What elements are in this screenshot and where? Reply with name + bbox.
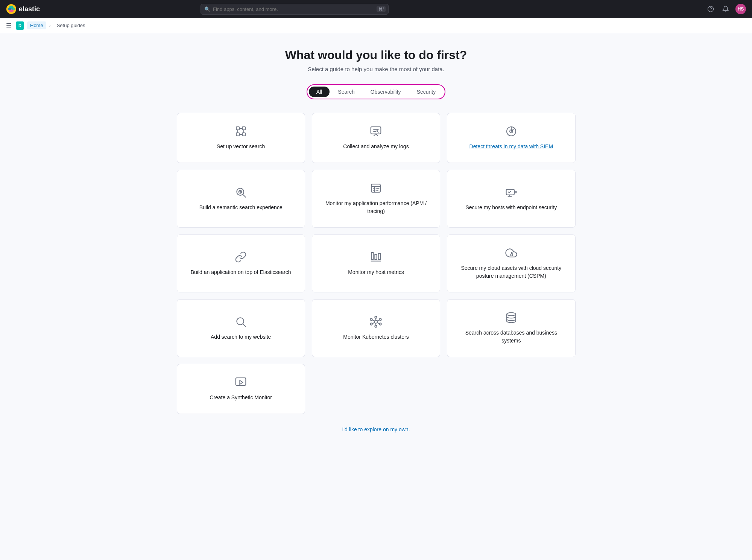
app-icon — [235, 251, 247, 263]
workspace-badge[interactable]: D — [16, 21, 24, 30]
card-label-add-search: Add search to my website — [211, 333, 271, 341]
card-semantic-search[interactable]: Build a semantic search experience — [177, 170, 305, 228]
svg-point-45 — [371, 318, 372, 320]
metrics-icon — [370, 251, 382, 263]
svg-rect-15 — [371, 127, 381, 134]
card-label-apm: Monitor my application performance (APM … — [321, 199, 431, 215]
database-icon — [505, 312, 517, 324]
search-shortcut: ⌘/ — [377, 6, 386, 12]
svg-point-47 — [371, 323, 372, 325]
apm-icon — [370, 182, 382, 194]
svg-line-41 — [243, 324, 246, 327]
logo-text: elastic — [19, 5, 40, 13]
tab-search[interactable]: Search — [330, 87, 362, 97]
elastic-logo-icon — [6, 4, 17, 14]
search-icon: 🔍 — [204, 6, 210, 12]
svg-rect-7 — [236, 127, 239, 130]
tab-observability[interactable]: Observability — [363, 87, 409, 97]
card-elasticsearch-app[interactable]: Build an application on top of Elasticse… — [177, 234, 305, 292]
svg-rect-36 — [375, 254, 377, 259]
hamburger-button[interactable]: ☰ — [6, 22, 11, 29]
svg-point-40 — [237, 318, 244, 325]
help-icon[interactable] — [705, 4, 716, 14]
synthetic-icon — [235, 376, 247, 388]
card-kubernetes[interactable]: Monitor Kubernetes clusters — [312, 299, 440, 357]
svg-rect-25 — [371, 184, 380, 192]
card-cspm[interactable]: Secure my cloud assets with cloud securi… — [447, 234, 575, 292]
svg-point-48 — [380, 323, 381, 325]
topbar: elastic 🔍 ⌘/ HS — [0, 0, 752, 18]
notifications-icon[interactable] — [720, 4, 731, 14]
card-add-search[interactable]: Add search to my website — [177, 299, 305, 357]
card-label-endpoint: Secure my hosts with endpoint security — [465, 204, 557, 212]
breadcrumb-separator: › — [49, 23, 51, 28]
card-label-cspm: Secure my cloud assets with cloud securi… — [456, 264, 566, 280]
card-label-synthetic: Create a Synthetic Monitor — [210, 394, 272, 402]
card-apm[interactable]: Monitor my application performance (APM … — [312, 170, 440, 228]
page-title: What would you like to do first? — [177, 48, 576, 62]
card-databases[interactable]: Search across databases and business sys… — [447, 299, 575, 357]
filter-tabs-inner: All Search Observability Security — [307, 84, 445, 99]
card-label-collect-logs: Collect and analyze my logs — [343, 143, 409, 151]
card-label-semantic-search: Build a semantic search experience — [199, 204, 283, 212]
main-content: What would you like to do first? Select … — [169, 33, 583, 455]
card-label-host-metrics: Monitor my host metrics — [348, 268, 404, 276]
svg-line-52 — [377, 320, 380, 321]
cards-grid: Set up vector search Collect and analyze… — [177, 113, 576, 414]
card-host-metrics[interactable]: Monitor my host metrics — [312, 234, 440, 292]
breadcrumb-bar: ☰ D Home › Setup guides — [0, 18, 752, 33]
tab-all[interactable]: All — [309, 87, 330, 97]
cloud-lock-icon — [505, 247, 517, 259]
endpoint-icon — [505, 186, 517, 198]
breadcrumb-home[interactable]: Home — [27, 21, 46, 29]
svg-line-51 — [372, 320, 375, 321]
svg-rect-8 — [242, 127, 245, 130]
card-vector-search[interactable]: Set up vector search — [177, 113, 305, 163]
filter-tabs: All Search Observability Security — [177, 84, 576, 99]
svg-point-46 — [380, 318, 381, 320]
card-label-vector-search: Set up vector search — [217, 143, 265, 151]
logs-icon — [370, 125, 382, 137]
svg-rect-10 — [242, 133, 245, 136]
tab-security[interactable]: Security — [409, 87, 444, 97]
card-label-kubernetes: Monitor Kubernetes clusters — [343, 333, 409, 341]
svg-point-42 — [374, 320, 377, 323]
svg-point-44 — [375, 325, 377, 327]
topbar-actions: HS — [705, 4, 746, 14]
svg-rect-37 — [378, 253, 380, 259]
svg-line-53 — [372, 323, 375, 324]
search-website-icon — [235, 316, 247, 328]
svg-rect-56 — [236, 378, 246, 385]
semantic-search-icon — [235, 186, 247, 198]
svg-line-54 — [377, 323, 380, 324]
search-input[interactable] — [201, 4, 389, 15]
logo[interactable]: elastic — [6, 4, 40, 14]
kubernetes-icon — [370, 316, 382, 328]
explore-link-container: I'd like to explore on my own. — [177, 426, 576, 433]
page-subtitle: Select a guide to help you make the most… — [177, 66, 576, 72]
svg-point-4 — [12, 8, 15, 10]
svg-rect-39 — [510, 254, 512, 256]
svg-point-55 — [507, 313, 516, 316]
vector-icon — [235, 125, 247, 137]
card-label-elasticsearch-app: Build an application on top of Elasticse… — [191, 268, 291, 276]
card-label-databases: Search across databases and business sys… — [456, 329, 566, 345]
svg-rect-35 — [371, 253, 373, 260]
svg-rect-9 — [236, 133, 239, 136]
card-synthetic[interactable]: Create a Synthetic Monitor — [177, 364, 305, 414]
svg-marker-57 — [240, 380, 243, 385]
explore-link[interactable]: I'd like to explore on my own. — [342, 426, 410, 432]
global-search: 🔍 ⌘/ — [201, 4, 389, 15]
svg-line-21 — [243, 195, 246, 197]
svg-point-3 — [8, 8, 11, 10]
card-label-detect-threats: Detect threats in my data with SIEM — [469, 143, 553, 151]
svg-point-43 — [375, 316, 377, 318]
card-collect-logs[interactable]: Collect and analyze my logs — [312, 113, 440, 163]
breadcrumb-current[interactable]: Setup guides — [54, 21, 88, 29]
card-endpoint[interactable]: Secure my hosts with endpoint security — [447, 170, 575, 228]
card-detect-threats[interactable]: Detect threats in my data with SIEM — [447, 113, 575, 163]
siem-icon — [505, 125, 517, 137]
user-avatar[interactable]: HS — [735, 4, 746, 14]
